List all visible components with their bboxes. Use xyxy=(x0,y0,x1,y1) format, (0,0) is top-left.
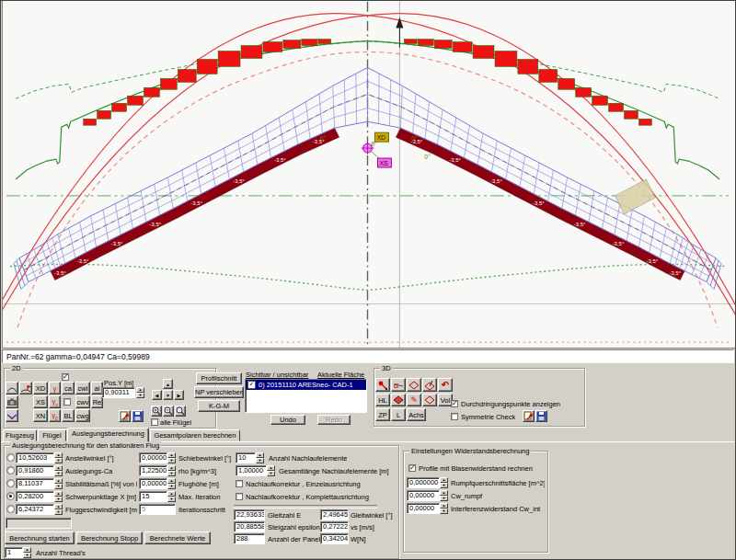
anstellwinkel-spinner[interactable]: ▲▼ xyxy=(54,452,63,463)
auslegungs-ca-input[interactable]: 0,91860 xyxy=(16,465,54,476)
pan-right-button[interactable]: ▶ xyxy=(174,390,184,400)
probe-point-icon[interactable] xyxy=(375,378,390,392)
symmetrie-checkbox[interactable] xyxy=(451,413,458,420)
redo-button[interactable]: Redo xyxy=(317,415,351,425)
rho-input[interactable]: 1,22500 xyxy=(139,465,167,476)
button-ca[interactable]: ca xyxy=(62,382,75,394)
camera-icon[interactable] xyxy=(6,395,18,408)
button-cwi[interactable]: cwi xyxy=(75,382,90,394)
profilschnitt-button[interactable]: Profilschnitt xyxy=(196,372,242,384)
nachlauf-anzahl-spinner[interactable]: ▲▼ xyxy=(256,452,264,463)
flughoehe-input[interactable]: 0,00000 xyxy=(139,478,167,489)
auslegungs-ca-spinner[interactable]: ▲▼ xyxy=(54,465,63,476)
nachlauf-komplett-checkbox[interactable] xyxy=(236,493,243,500)
button-gamma-v[interactable]: γv xyxy=(49,395,61,408)
button-gamma-0[interactable]: γ0 xyxy=(49,409,61,422)
button-xs[interactable]: XS xyxy=(33,395,48,408)
export-3d-icon[interactable] xyxy=(523,410,535,422)
surface-list[interactable]: ✓ 0) 20151110 ARESneo- CAD-1 xyxy=(245,379,367,413)
surface-visible-checkbox[interactable]: ✓ xyxy=(247,381,256,389)
posy-input[interactable]: 0,90311 xyxy=(102,387,135,398)
tab-flugzeug[interactable]: Flugzeug xyxy=(3,429,37,441)
schwerpunktlage-input[interactable]: 0,28200 xyxy=(16,491,54,502)
kgm-button[interactable]: K-G-M xyxy=(198,400,240,412)
radio-anstellwinkel[interactable] xyxy=(6,453,15,462)
pan-down-button[interactable]: ▼ xyxy=(163,390,173,400)
nachlauf-anzahl-input[interactable]: 10 xyxy=(236,452,256,463)
button-gamma[interactable]: γ xyxy=(49,382,61,394)
tab-auslegungsberechnung[interactable]: Auslegungsberechnung xyxy=(67,428,149,442)
cw-int-spinner[interactable]: ▲▼ xyxy=(440,503,448,514)
radio-schwerpunktlage[interactable] xyxy=(6,492,15,500)
button-achs[interactable]: Achs xyxy=(407,408,426,421)
panel-normal-icon[interactable] xyxy=(422,378,437,392)
alpha-view-icon[interactable]: α xyxy=(391,378,406,392)
button-l[interactable]: L xyxy=(391,408,406,421)
cw-rumpf-input[interactable]: 0,00000 xyxy=(407,490,440,501)
wing-plot-canvas[interactable]: -3,5°-3,5°-3,5°-3,5°-3,5°-3,5°-3,5°-3,5°… xyxy=(2,1,735,349)
nachlauf-laenge-input[interactable]: 1,00000 xyxy=(236,465,267,476)
durchdringung-checkbox[interactable] xyxy=(451,400,458,407)
airfoil-arc-icon[interactable] xyxy=(6,382,18,394)
flughoehe-spinner[interactable]: ▲▼ xyxy=(167,478,176,489)
tab-gesamtpolaren[interactable]: Gesamtpolaren berechnen xyxy=(150,429,240,441)
plot-overlay-checkbox[interactable] xyxy=(62,373,69,381)
max-iteration-spinner[interactable]: ▲▼ xyxy=(167,491,176,502)
button-cwv[interactable]: cwv xyxy=(75,395,90,408)
iterationsschritt-input[interactable]: 5 xyxy=(139,504,176,515)
button-hl[interactable]: HL xyxy=(375,394,390,406)
rumpfquerschnitt-input[interactable]: 0,000000 xyxy=(407,477,440,488)
button-bl[interactable]: BL xyxy=(62,409,75,422)
threads-input[interactable]: 1 xyxy=(5,547,23,558)
pan-left-button[interactable]: ◀ xyxy=(152,390,162,400)
threads-spinner[interactable]: ▲▼ xyxy=(23,547,31,558)
undo-button[interactable]: Undo xyxy=(270,415,305,425)
save-view-icon[interactable] xyxy=(132,410,144,422)
reset-view-icon[interactable]: ↶ xyxy=(438,378,453,392)
nachlauf-einzel-checkbox[interactable] xyxy=(236,480,243,487)
np-verschieben-button[interactable]: NP verschieben xyxy=(194,386,244,398)
radio-fluggeschwindigkeit[interactable] xyxy=(6,505,15,513)
save-3d-icon[interactable] xyxy=(535,410,547,422)
cw-rumpf-spinner[interactable]: ▲▼ xyxy=(440,490,448,501)
nachlauf-laenge-spinner[interactable]: ▲▼ xyxy=(267,465,275,476)
button-xn[interactable]: XN xyxy=(33,409,48,422)
alle-fluegel-checkbox[interactable] xyxy=(151,418,158,426)
pan-up-button[interactable]: ▲ xyxy=(163,379,173,389)
blasenwiderstand-checkbox[interactable] xyxy=(408,464,416,472)
button-zp[interactable]: ZP xyxy=(375,408,390,421)
berechnete-werte-button[interactable]: Berechnete Werte xyxy=(144,531,211,544)
button-xd[interactable]: XD xyxy=(33,382,48,394)
stabilitaetsmass-input[interactable]: 8,11037 xyxy=(16,478,54,489)
gamma-option-checkbox[interactable] xyxy=(63,398,71,406)
fluggeschwindigkeit-spinner[interactable]: ▲▼ xyxy=(54,504,63,515)
max-iteration-input[interactable]: 15 xyxy=(139,491,167,502)
stabilitaetsmass-spinner[interactable]: ▲▼ xyxy=(54,478,63,489)
tab-fluegel[interactable]: Flügel xyxy=(38,429,66,441)
anstellwinkel-input[interactable]: 10,52603 xyxy=(16,452,54,463)
rho-spinner[interactable]: ▲▼ xyxy=(167,465,176,476)
button-cwg[interactable]: cwg xyxy=(75,409,90,422)
berechnung-stopp-button[interactable]: Berechnung Stopp xyxy=(76,531,143,544)
zoom-fit-icon[interactable] xyxy=(175,406,186,417)
panel-view-icon[interactable] xyxy=(407,378,421,392)
berechnung-starten-button[interactable]: Berechnung starten xyxy=(5,531,75,544)
zoom-out-icon[interactable] xyxy=(163,406,174,417)
schiebewinkel-spinner[interactable]: ▲▼ xyxy=(167,452,176,463)
zoom-in-icon[interactable] xyxy=(151,406,162,417)
cw-int-input[interactable]: 0,00000 xyxy=(407,503,440,514)
radio-auslegungs-ca[interactable] xyxy=(6,466,15,474)
fluggeschwindigkeit-input[interactable]: 6,24372 xyxy=(16,504,54,515)
edit-pencil-icon[interactable]: ✎ xyxy=(407,394,421,406)
surface-list-item[interactable]: ✓ 0) 20151110 ARESneo- CAD-1 xyxy=(246,380,366,390)
schwerpunktlage-spinner[interactable]: ▲▼ xyxy=(54,491,63,502)
glider-icon[interactable] xyxy=(6,409,18,422)
posy-spinner[interactable]: ▲▼ xyxy=(136,387,144,398)
rumpfquerschnitt-spinner[interactable]: ▲▼ xyxy=(440,477,448,488)
schiebewinkel-input[interactable]: 0,00000 xyxy=(139,452,167,463)
radio-stabilitaetsmass[interactable] xyxy=(6,479,15,487)
panel-fill-icon[interactable] xyxy=(391,394,406,406)
profile-flag-icon[interactable] xyxy=(19,382,32,394)
export-view-icon[interactable] xyxy=(119,410,131,422)
panel-outline-icon[interactable] xyxy=(422,394,437,406)
